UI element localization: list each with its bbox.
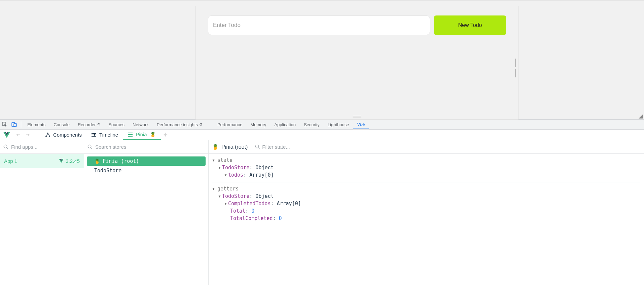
tab-application[interactable]: Application bbox=[270, 120, 300, 129]
tab-perf-insights[interactable]: Performance insights⚗ bbox=[153, 120, 207, 129]
caret-down-icon: ▾ bbox=[218, 165, 222, 171]
forward-button[interactable]: → bbox=[23, 131, 32, 138]
key-label: TotalCompleted bbox=[230, 215, 273, 221]
device-toggle-icon[interactable] bbox=[9, 122, 19, 127]
state-title-label: Pinia (root) bbox=[221, 144, 248, 150]
svg-line-22 bbox=[258, 148, 260, 149]
app-name-label: App 1 bbox=[4, 158, 17, 164]
back-button[interactable]: ← bbox=[13, 131, 23, 138]
tree-node-total[interactable]: Total: 0 bbox=[212, 207, 640, 215]
type-label: Array[0] bbox=[249, 172, 274, 178]
tab-components-label: Components bbox=[53, 132, 82, 138]
tab-perf-insights-label: Performance insights bbox=[157, 122, 198, 127]
tab-timeline-label: Timeline bbox=[99, 132, 118, 138]
search-stores-input[interactable] bbox=[95, 144, 205, 150]
tab-vue[interactable]: Vue bbox=[353, 120, 369, 129]
pinia-icon: 🍍 bbox=[150, 132, 156, 138]
tree-node-todostore-getters[interactable]: ▾TodoStore: Object bbox=[212, 192, 640, 200]
devtools-tabstrip: Elements Console Recorder⚗ Sources Netwo… bbox=[0, 119, 644, 130]
tree-node-total-completed[interactable]: TotalCompleted: 0 bbox=[212, 215, 640, 222]
page-content: New Todo ◢ bbox=[0, 0, 644, 119]
tab-performance[interactable]: Performance bbox=[213, 120, 246, 129]
sep: : bbox=[273, 215, 279, 221]
apps-search-row bbox=[0, 140, 84, 154]
type-label: Object bbox=[255, 165, 274, 171]
svg-rect-9 bbox=[92, 133, 93, 134]
type-label: : bbox=[249, 165, 255, 171]
tab-memory[interactable]: Memory bbox=[246, 120, 270, 129]
key-label: Total bbox=[230, 208, 245, 214]
pinia-icon: 🍍 bbox=[212, 144, 219, 150]
inspect-icon[interactable] bbox=[0, 122, 9, 127]
extension-icon[interactable]: ✦ bbox=[163, 131, 168, 139]
key-label: CompletedTodos bbox=[228, 201, 271, 207]
tab-security[interactable]: Security bbox=[300, 120, 324, 129]
tab-pinia[interactable]: Pinia 🍍 bbox=[123, 130, 160, 140]
filter-state-input[interactable] bbox=[262, 144, 326, 150]
type-label: : bbox=[243, 172, 249, 178]
vue-devtools-panels: App 1 3.2.45 🍍 Pinia (root) TodoStore bbox=[0, 140, 644, 285]
vertical-resize-handle[interactable] bbox=[515, 59, 517, 67]
store-item-label: Pinia (root) bbox=[103, 158, 139, 164]
flask-icon: ⚗ bbox=[97, 122, 100, 127]
state-header: 🍍 Pinia (root) bbox=[209, 140, 644, 154]
state-body: ▾state ▾TodoStore: Object ▾todos: Array[… bbox=[209, 154, 644, 222]
tree-node-todostore[interactable]: ▾TodoStore: Object bbox=[212, 164, 640, 171]
tree-node-todos[interactable]: ▾todos: Array[0] bbox=[212, 171, 640, 179]
tab-console[interactable]: Console bbox=[49, 120, 74, 129]
tab-timeline[interactable]: Timeline bbox=[86, 130, 123, 140]
components-icon bbox=[45, 132, 50, 138]
svg-rect-15 bbox=[128, 136, 129, 137]
vue-logo-icon[interactable] bbox=[0, 132, 13, 138]
key-label: TodoStore bbox=[222, 193, 249, 199]
tree-node-completed[interactable]: ▾CompletedTodos: Array[0] bbox=[212, 200, 640, 207]
store-item-todostore[interactable]: TodoStore bbox=[87, 166, 206, 175]
svg-rect-13 bbox=[128, 134, 129, 135]
store-item-label: TodoStore bbox=[94, 168, 121, 174]
svg-rect-10 bbox=[94, 134, 95, 136]
type-label: Array[0] bbox=[277, 201, 301, 207]
svg-rect-12 bbox=[129, 133, 133, 133]
caret-down-icon: ▾ bbox=[212, 186, 216, 192]
vue-devtools-bar: ← → Components Timeline Pinia 🍍 ✦ bbox=[0, 130, 644, 140]
svg-point-5 bbox=[49, 136, 50, 137]
svg-point-3 bbox=[47, 133, 48, 134]
section-heading: state bbox=[216, 156, 232, 165]
sep: : bbox=[245, 208, 251, 214]
timeline-icon bbox=[91, 132, 97, 138]
tab-sources[interactable]: Sources bbox=[104, 120, 129, 129]
svg-rect-16 bbox=[129, 136, 133, 137]
horizontal-resize-handle[interactable] bbox=[353, 115, 361, 117]
new-todo-button[interactable]: New Todo bbox=[434, 15, 506, 35]
tab-elements[interactable]: Elements bbox=[23, 120, 49, 129]
tab-recorder-label: Recorder bbox=[78, 122, 96, 127]
state-title: 🍍 Pinia (root) bbox=[212, 144, 248, 150]
section-getters[interactable]: ▾getters bbox=[212, 185, 640, 192]
svg-point-17 bbox=[4, 145, 7, 148]
todo-input[interactable] bbox=[208, 15, 430, 35]
search-icon bbox=[87, 144, 93, 149]
type-label: : bbox=[271, 201, 277, 207]
flask-icon: ⚗ bbox=[199, 122, 203, 127]
tab-components[interactable]: Components bbox=[40, 130, 86, 140]
pinia-icon: 🍍 bbox=[94, 158, 100, 164]
caret-down-icon: ▾ bbox=[224, 172, 228, 178]
filter-state-row bbox=[255, 144, 326, 150]
resize-corner-icon[interactable]: ◢ bbox=[639, 113, 643, 119]
section-state[interactable]: ▾state bbox=[212, 156, 640, 164]
tab-lighthouse[interactable]: Lighthouse bbox=[324, 120, 353, 129]
value-label: 0 bbox=[251, 208, 254, 214]
list-icon bbox=[128, 132, 133, 137]
store-item-root[interactable]: 🍍 Pinia (root) bbox=[87, 156, 206, 166]
find-apps-input[interactable] bbox=[11, 144, 80, 150]
app-version: 3.2.45 bbox=[59, 158, 80, 164]
tab-recorder[interactable]: Recorder⚗ bbox=[74, 120, 104, 129]
caret-down-icon: ▾ bbox=[218, 193, 222, 199]
search-icon bbox=[3, 144, 8, 149]
app-version-label: 3.2.45 bbox=[66, 158, 80, 164]
app-list-item[interactable]: App 1 3.2.45 bbox=[0, 154, 84, 168]
tab-network[interactable]: Network bbox=[129, 120, 153, 129]
todo-input-row: New Todo bbox=[196, 6, 518, 35]
caret-down-icon: ▾ bbox=[224, 201, 228, 207]
svg-line-18 bbox=[7, 148, 8, 149]
